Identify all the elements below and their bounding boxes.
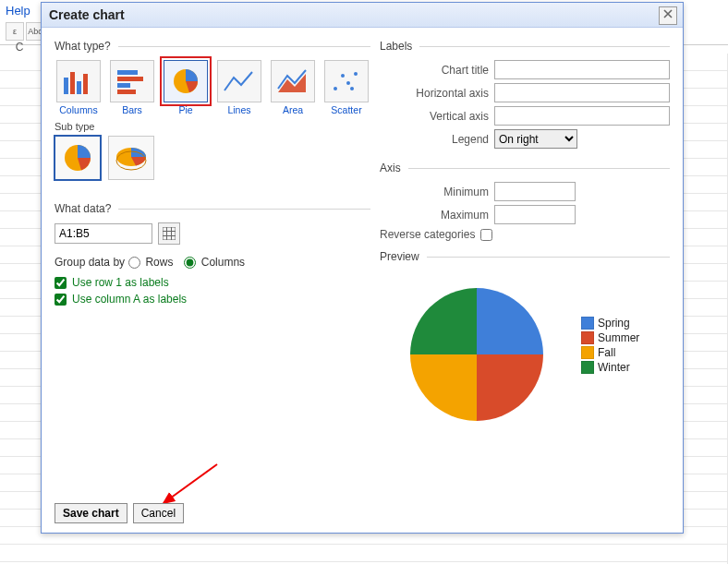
- group-columns-option[interactable]: Columns: [184, 256, 245, 269]
- legend-item: Winter: [581, 361, 639, 374]
- data-range-input[interactable]: [55, 223, 152, 244]
- lines-icon: [223, 66, 256, 96]
- grid-icon: [163, 227, 176, 240]
- chart-type-label: Bars: [122, 104, 142, 115]
- use-colA-checkbox-row: Use column A as labels: [55, 293, 370, 306]
- legend-label: Winter: [598, 361, 630, 374]
- legend-swatch: [581, 361, 594, 374]
- svg-rect-7: [117, 90, 136, 94]
- legend-swatch: [581, 317, 594, 330]
- pie-icon: [169, 66, 202, 96]
- chart-type-label: Columns: [59, 104, 97, 115]
- menu-help[interactable]: Help: [6, 4, 30, 18]
- use-row1-checkbox[interactable]: [55, 277, 67, 289]
- chart-type-columns[interactable]: Columns: [55, 60, 103, 115]
- cancel-button[interactable]: Cancel: [133, 503, 184, 523]
- pie-flat-icon: [61, 142, 94, 174]
- close-button[interactable]: [659, 6, 677, 25]
- minimum-input[interactable]: [494, 182, 576, 201]
- axis-heading: Axis: [380, 162, 670, 174]
- ver-axis-label: Vertical axis: [380, 110, 494, 123]
- svg-rect-5: [117, 77, 143, 81]
- chart-type-label: Pie: [178, 104, 192, 115]
- svg-point-14: [350, 87, 354, 90]
- group-rows-option[interactable]: Rows: [128, 256, 173, 269]
- hor-axis-label: Horizontal axis: [380, 87, 494, 100]
- chart-type-label: Lines: [227, 104, 250, 115]
- chart-title-input[interactable]: [494, 60, 670, 79]
- scatter-icon: [330, 66, 363, 96]
- svg-rect-18: [163, 227, 176, 240]
- svg-rect-6: [117, 83, 130, 88]
- legend-label: Fall: [598, 346, 615, 359]
- chart-type-bars[interactable]: Bars: [108, 60, 156, 115]
- chart-type-list: Columns Bars Pie Lines Area: [55, 60, 370, 115]
- close-icon: [663, 9, 673, 18]
- hor-axis-input[interactable]: [494, 83, 670, 102]
- maximum-label: Maximum: [380, 209, 494, 222]
- create-chart-dialog: Create chart What type? Columns Bars: [41, 2, 684, 534]
- use-colA-checkbox[interactable]: [55, 294, 67, 306]
- svg-rect-0: [64, 78, 68, 94]
- pie-slice: [410, 354, 477, 421]
- svg-rect-3: [83, 74, 88, 94]
- labels-heading: Labels: [380, 40, 670, 53]
- what-type-label: What type?: [55, 40, 111, 53]
- legend-swatch: [581, 331, 594, 344]
- legend-label: Spring: [598, 317, 630, 330]
- chart-type-pie[interactable]: Pie: [162, 60, 210, 115]
- use-row1-checkbox-row: Use row 1 as labels: [55, 276, 370, 289]
- svg-rect-4: [117, 70, 138, 75]
- toolbar-strike-formula-icon[interactable]: ε: [6, 22, 24, 41]
- chart-type-area[interactable]: Area: [269, 60, 317, 115]
- legend-label: Summer: [598, 331, 639, 344]
- range-picker-button[interactable]: [158, 222, 180, 245]
- preview-label: Preview: [380, 250, 419, 263]
- minimum-label: Minimum: [380, 186, 494, 198]
- preview-heading: Preview: [380, 250, 670, 263]
- what-data-heading: What data?: [55, 202, 370, 215]
- chart-legend: SpringSummerFallWinter: [581, 315, 639, 376]
- use-row1-label: Use row 1 as labels: [72, 276, 169, 289]
- axis-label: Axis: [380, 162, 401, 174]
- labels-label: Labels: [380, 40, 412, 53]
- chart-type-label: Area: [283, 104, 303, 115]
- pie-slice: [410, 288, 477, 354]
- chart-type-label: Scatter: [331, 104, 361, 115]
- pie-3d-icon: [113, 144, 150, 172]
- svg-point-11: [341, 74, 345, 78]
- reverse-categories-checkbox[interactable]: [480, 229, 492, 241]
- save-chart-button[interactable]: Save chart: [55, 503, 127, 523]
- what-type-heading: What type?: [55, 40, 370, 53]
- legend-item: Summer: [581, 331, 639, 344]
- column-header-c: C: [6, 41, 33, 54]
- legend-item: Fall: [581, 346, 639, 359]
- what-data-label: What data?: [55, 202, 111, 215]
- chart-title-label: Chart title: [380, 64, 494, 77]
- legend-select[interactable]: On right: [494, 129, 577, 149]
- use-colA-label: Use column A as labels: [72, 293, 187, 306]
- dialog-titlebar: Create chart: [42, 3, 683, 28]
- chart-type-lines[interactable]: Lines: [215, 60, 263, 115]
- legend-item: Spring: [581, 317, 639, 330]
- dialog-title: Create chart: [49, 7, 125, 22]
- pie-slice: [477, 288, 543, 354]
- svg-point-10: [334, 87, 337, 90]
- subtype-label: Sub type: [55, 121, 370, 132]
- group-data-row: Group data by Rows Columns: [55, 256, 370, 269]
- bars-icon: [115, 66, 149, 96]
- maximum-input[interactable]: [494, 205, 576, 224]
- area-icon: [276, 66, 309, 96]
- svg-point-13: [354, 72, 358, 76]
- group-data-label: Group data by: [55, 256, 125, 269]
- legend-swatch: [581, 346, 594, 359]
- svg-rect-2: [77, 81, 81, 94]
- svg-point-12: [346, 81, 350, 85]
- pie-slice: [477, 354, 543, 421]
- ver-axis-input[interactable]: [494, 106, 670, 126]
- reverse-categories-label: Reverse categories: [380, 228, 475, 241]
- subtype-pie-3d[interactable]: [108, 136, 154, 180]
- chart-type-scatter[interactable]: Scatter: [322, 60, 370, 115]
- columns-icon: [62, 66, 95, 96]
- subtype-pie-flat[interactable]: [55, 136, 101, 180]
